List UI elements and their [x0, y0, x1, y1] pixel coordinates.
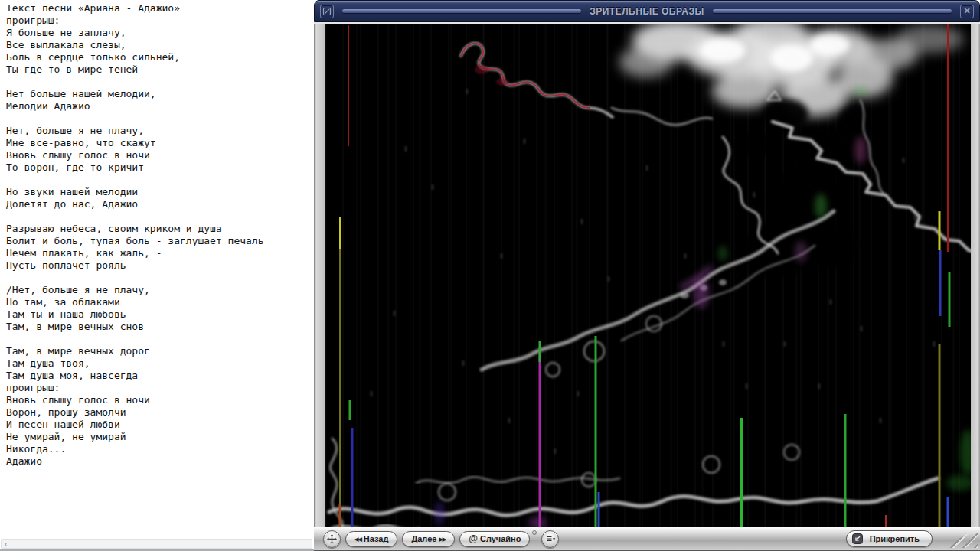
visualization-canvas — [325, 24, 971, 527]
next-arrows-icon: ▶▶ — [439, 536, 446, 543]
back-label: Назад — [364, 534, 389, 543]
lyrics-pane: Текст песни «Ариана - Адажио» проигрыш: … — [0, 0, 314, 551]
visualization-window: ЗРИТЕЛЬНЫЕ ОБРАЗЫ ✕ — [314, 0, 980, 551]
back-button[interactable]: ◀◀ Назад — [345, 531, 397, 547]
visualization-art — [325, 24, 971, 527]
back-arrows-icon: ◀◀ — [354, 536, 361, 543]
random-label: Случайно — [480, 534, 521, 543]
titlebar[interactable]: ЗРИТЕЛЬНЫЕ ОБРАЗЫ ✕ — [314, 0, 980, 22]
smoke-trails — [329, 44, 971, 527]
list-menu-icon — [545, 534, 556, 544]
pan-button[interactable] — [323, 530, 341, 548]
next-button[interactable]: Далее ▶▶ — [402, 531, 455, 547]
titlebar-decoration-right — [713, 9, 952, 13]
pan-icon — [326, 533, 338, 545]
close-icon: ✕ — [963, 7, 970, 15]
random-button[interactable]: @ Случайно — [459, 531, 530, 547]
visualization-menu-icon — [322, 7, 332, 16]
next-label: Далее — [411, 534, 436, 543]
visualization-menu-button[interactable] — [320, 5, 334, 18]
scroll-left-arrow[interactable]: ‹ — [2, 540, 8, 548]
window-title: ЗРИТЕЛЬНЫЕ ОБРАЗЫ — [590, 6, 704, 17]
attach-icon — [852, 533, 863, 544]
spectrum-bars — [340, 24, 949, 527]
random-spiral-icon: @ — [469, 533, 478, 544]
skin-notch — [532, 530, 537, 535]
lyrics-text: Текст песни «Ариана - Адажио» проигрыш: … — [0, 0, 314, 468]
player-toolbar: ◀◀ Назад Далее ▶▶ @ Случайно — [314, 527, 980, 551]
resize-grip[interactable] — [941, 529, 978, 548]
color-accents — [435, 65, 971, 527]
attach-label: Прикрепить — [870, 534, 920, 543]
titlebar-decoration-left — [342, 9, 581, 13]
close-button[interactable]: ✕ — [960, 5, 974, 18]
horizontal-scrollbar[interactable]: ‹ — [1, 539, 312, 549]
playlist-menu-button[interactable] — [541, 530, 559, 548]
player-frame — [314, 22, 980, 527]
attach-button[interactable]: Прикрепить — [846, 530, 933, 547]
